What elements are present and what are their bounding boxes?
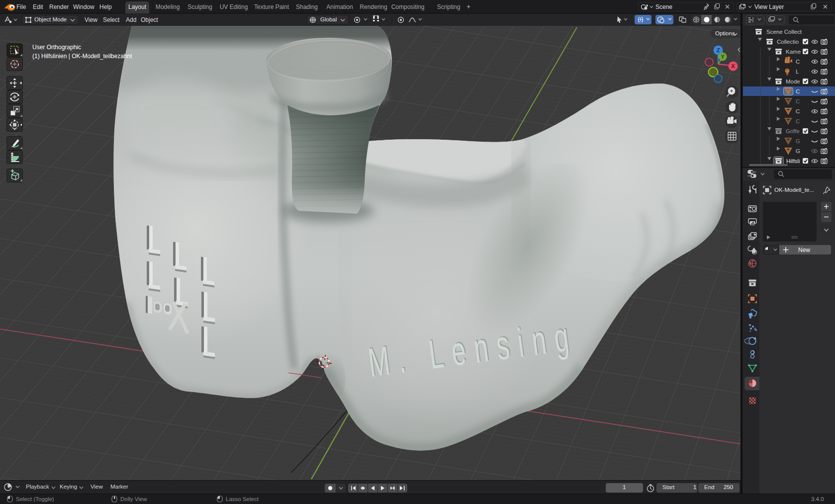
svg-text:Scene Collect: Scene Collect	[766, 29, 802, 35]
svg-text:Z: Z	[717, 47, 720, 53]
svg-text:Hilfsli: Hilfsli	[786, 158, 800, 164]
svg-text:Collectio: Collectio	[777, 39, 799, 45]
svg-text:Mode: Mode	[786, 79, 800, 84]
svg-text:G: G	[796, 148, 800, 154]
svg-text:C: C	[796, 118, 800, 124]
svg-text:C: C	[796, 98, 800, 104]
svg-text:X: X	[731, 63, 735, 69]
svg-text:Griffe: Griffe	[786, 128, 800, 134]
svg-text:C: C	[796, 59, 800, 65]
svg-text:Y: Y	[721, 54, 725, 60]
svg-text:G: G	[796, 138, 800, 144]
svg-text:C: C	[796, 108, 800, 114]
svg-text:L: L	[796, 69, 799, 75]
svg-text:Kame: Kame	[786, 49, 801, 55]
svg-text:C: C	[796, 88, 800, 94]
